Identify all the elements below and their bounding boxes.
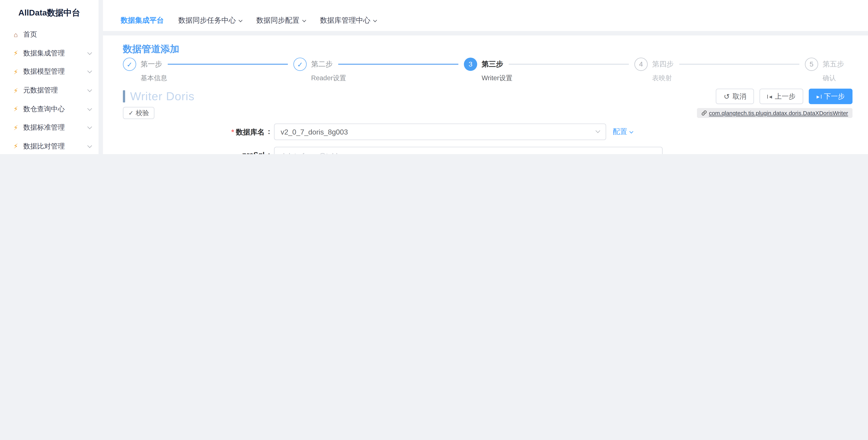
bolt-icon: ⚡ <box>11 68 21 76</box>
chevron-down-icon <box>373 18 377 22</box>
wizard-step: 3 第三步 Writer设置 <box>464 58 634 82</box>
sidebar-item-label: 首页 <box>23 30 88 39</box>
sidebar-item-label: 数据模型管理 <box>23 67 88 77</box>
steps-wizard: ✓ 第一步 基本信息 ✓ 第二步 Reader设置 3 第三步 Writer设置… <box>123 58 852 82</box>
presql-textarea[interactable] <box>274 147 662 154</box>
step-subtitle: Reader设置 <box>311 74 464 83</box>
sidebar-item[interactable]: ⚡ 数据比对管理 <box>0 137 99 154</box>
sidebar-item[interactable]: ⚡ 元数据管理 <box>0 81 99 100</box>
next-step-button[interactable]: 下一步 <box>809 89 852 104</box>
chevron-down-icon <box>302 18 306 22</box>
step-title: 第二步 <box>311 59 333 69</box>
step-connector <box>168 64 288 64</box>
chevron-down-icon <box>87 106 92 111</box>
step-indicator: 5 <box>805 58 818 71</box>
wizard-step: ✓ 第一步 基本信息 <box>123 58 293 82</box>
section-accent-bar <box>123 90 125 102</box>
sidebar-item-label: 数据比对管理 <box>23 142 88 151</box>
topnav-item-label: 数据同步配置 <box>256 16 300 25</box>
chevron-down-icon <box>87 87 92 92</box>
chevron-down-icon <box>87 69 92 74</box>
sidebar-item-label: 数据集成管理 <box>23 49 88 58</box>
step-indicator: ✓ <box>293 58 307 71</box>
step-indicator: ✓ <box>123 58 136 71</box>
topnav-item[interactable]: 数据集成平台 <box>121 16 164 25</box>
topnav-item[interactable]: 数据同步任务中心 <box>178 16 242 25</box>
form-row-db-name: *数据库名 : v2_0_7_doris_8g003 配置 <box>123 123 852 140</box>
step-subtitle: 基本信息 <box>141 74 293 83</box>
plugin-class-link[interactable]: com.qlangtech.tis.plugin.datax.doris.Dat… <box>697 108 852 118</box>
main-area: 数据集成平台 数据同步任务中心 数据同步配置 数据库管理中心 数据管道添加 ✓ … <box>99 0 868 154</box>
plugin-class-text: com.qlangtech.tis.plugin.datax.doris.Dat… <box>709 110 848 116</box>
bolt-icon: ⚡ <box>11 124 21 131</box>
sidebar-item[interactable]: ⚡ 数据模型管理 <box>0 63 99 81</box>
top-navigation: 数据集成平台 数据同步任务中心 数据同步配置 数据库管理中心 <box>103 0 868 31</box>
step-connector <box>509 64 629 64</box>
bolt-icon: ⚡ <box>11 105 21 113</box>
label-colon: : <box>265 123 274 140</box>
button-label: 取消 <box>733 92 746 101</box>
writer-section-title: Writer Doris <box>123 90 194 103</box>
step-title: 第一步 <box>141 59 162 69</box>
chevron-down-icon <box>87 50 92 55</box>
prev-step-button[interactable]: 上一步 <box>760 89 803 104</box>
sidebar-item[interactable]: ⌂ 首页 <box>0 25 99 44</box>
step-title: 第四步 <box>652 59 674 69</box>
sidebar-menu: ⌂ 首页 ⚡ 数据集成管理 ⚡ 数据模型管理 ⚡ 元数据管理 ⚡ 数仓查询中心 … <box>0 25 99 154</box>
topnav-item-label: 数据库管理中心 <box>320 16 370 25</box>
sidebar-item-label: 数仓查询中心 <box>23 105 88 114</box>
topnav-item-label: 数据同步任务中心 <box>178 16 236 25</box>
step-connector <box>679 64 799 64</box>
db-name-value: v2_0_7_doris_8g003 <box>281 128 348 136</box>
step-indicator: 3 <box>464 58 477 71</box>
cancel-button[interactable]: ↺ 取消 <box>716 89 754 104</box>
undo-icon: ↺ <box>724 93 730 100</box>
field-label: 数据库名 <box>236 128 265 136</box>
topnav-item[interactable]: 数据同步配置 <box>256 16 306 25</box>
writer-form: *数据库名 : v2_0_7_doris_8g003 配置 <box>123 123 852 154</box>
sidebar-item-label: 数据标准管理 <box>23 123 88 133</box>
bolt-icon: ⚡ <box>11 143 21 150</box>
content-card: 数据管道添加 ✓ 第一步 基本信息 ✓ 第二步 Reader设置 3 第三步 W… <box>103 35 868 154</box>
home-icon: ⌂ <box>11 31 21 38</box>
wizard-actions: ↺ 取消 上一步 下一步 <box>716 89 852 104</box>
bolt-icon: ⚡ <box>11 50 21 57</box>
wizard-step: ✓ 第二步 Reader设置 <box>293 58 464 82</box>
link-icon <box>701 110 707 116</box>
check-icon: ✓ <box>128 110 133 116</box>
step-subtitle: Writer设置 <box>482 74 634 83</box>
chevron-down-icon <box>87 125 92 129</box>
config-link-label: 配置 <box>613 127 627 137</box>
page-title: 数据管道添加 <box>123 42 852 56</box>
step-title: 第五步 <box>823 59 844 69</box>
app-window: AllData数据中台 ⌂ 首页 ⚡ 数据集成管理 ⚡ 数据模型管理 ⚡ 元数据… <box>0 0 868 154</box>
app-title: AllData数据中台 <box>0 0 99 25</box>
sidebar-item[interactable]: ⚡ 数据标准管理 <box>0 118 99 137</box>
section-title-text: Writer Doris <box>130 90 194 103</box>
button-label: 下一步 <box>824 92 845 101</box>
step-subtitle: 确认 <box>823 74 844 83</box>
bolt-icon: ⚡ <box>11 87 21 94</box>
step-subtitle: 表映射 <box>652 74 805 83</box>
button-label: 上一步 <box>775 92 796 101</box>
topnav-item-label: 数据集成平台 <box>121 16 164 25</box>
required-asterisk: * <box>231 128 234 136</box>
config-link[interactable]: 配置 <box>613 127 633 137</box>
field-label: preSql <box>242 151 265 154</box>
db-name-select[interactable]: v2_0_7_doris_8g003 <box>274 123 606 140</box>
step-indicator: 4 <box>634 58 648 71</box>
step-title: 第三步 <box>482 59 503 69</box>
sidebar-item[interactable]: ⚡ 数仓查询中心 <box>0 100 99 118</box>
label-colon: : <box>265 147 274 154</box>
validate-button[interactable]: ✓ 校验 <box>123 107 154 119</box>
chevron-down-icon <box>629 129 633 133</box>
sidebar-item-label: 元数据管理 <box>23 86 88 95</box>
chevron-down-icon <box>239 18 242 22</box>
sidebar: AllData数据中台 ⌂ 首页 ⚡ 数据集成管理 ⚡ 数据模型管理 ⚡ 元数据… <box>0 0 99 154</box>
chevron-down-icon <box>596 128 600 133</box>
form-row-presql: *preSql : <box>123 147 852 154</box>
sidebar-item[interactable]: ⚡ 数据集成管理 <box>0 44 99 63</box>
step-forward-icon <box>817 94 821 98</box>
topnav-item[interactable]: 数据库管理中心 <box>320 16 376 25</box>
chevron-down-icon <box>87 143 92 148</box>
